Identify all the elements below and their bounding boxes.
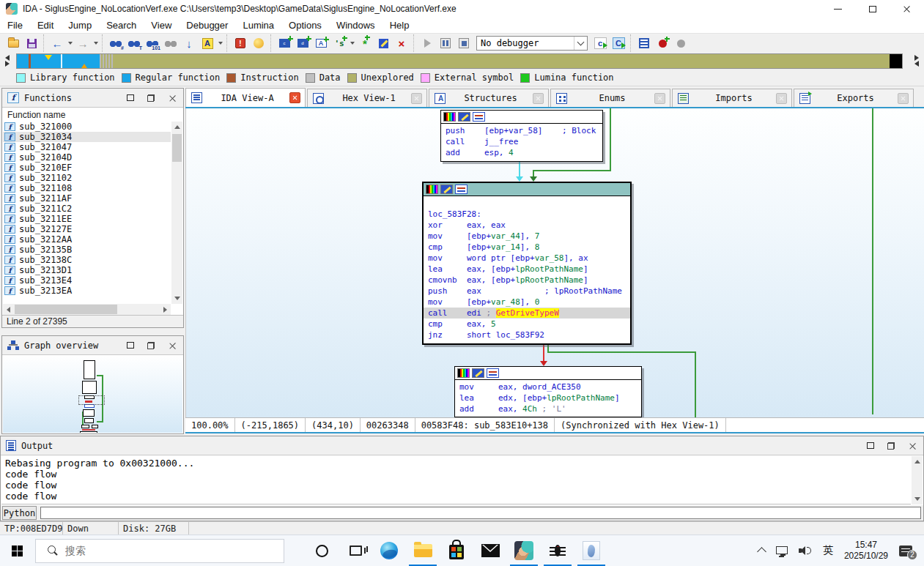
asm-line[interactable]: mov word ptr [ebp+var_58], ax (428, 253, 626, 264)
tab-imports[interactable]: Imports (672, 89, 792, 107)
tab-close-button[interactable] (533, 93, 544, 104)
search-text-button[interactable]: T (126, 36, 142, 51)
clock[interactable]: 15:47 2025/10/29 (844, 540, 888, 562)
asm-line[interactable]: loc_583F28: (428, 209, 626, 220)
notification-center-button[interactable]: 2 (899, 545, 912, 556)
combobox-arrow[interactable] (574, 37, 587, 50)
functions-close-button[interactable] (167, 94, 176, 103)
asm-line[interactable]: push [ebp+var_58] ; Block (446, 125, 598, 136)
function-row[interactable]: fsub_3211C2 (3, 204, 171, 214)
step-source-button[interactable]: c (592, 36, 608, 51)
node-titlebar[interactable] (424, 183, 630, 196)
functions-horizontal-scrollbar[interactable] (3, 304, 171, 315)
start-button[interactable] (0, 535, 34, 566)
debugger-stop-button[interactable] (456, 36, 472, 51)
close-button[interactable] (890, 0, 924, 18)
add-breakpoint-button[interactable] (654, 36, 670, 51)
volume-icon[interactable] (799, 545, 812, 556)
tab-close-button[interactable] (898, 93, 909, 104)
asm-line[interactable]: jnz short loc_583F92 (428, 329, 626, 340)
python-input[interactable] (40, 507, 921, 519)
function-row[interactable]: fsub_32138C (3, 255, 171, 265)
functions-vertical-scrollbar[interactable] (171, 122, 182, 304)
asm-line[interactable]: mov [ebp+var_44], 7 (428, 231, 626, 242)
save-button[interactable] (23, 36, 40, 51)
function-row[interactable]: fsub_3210EF (3, 163, 171, 173)
minimize-button[interactable] (821, 0, 855, 18)
asm-line[interactable] (428, 198, 626, 209)
misc-app-button[interactable] (574, 535, 608, 566)
asm-line[interactable]: add eax, 4Ch ; 'L' (459, 403, 637, 414)
jump-address-button[interactable]: ↓ (181, 36, 197, 51)
asm-line[interactable]: mov eax, dword_ACE350 (459, 381, 637, 392)
names-button[interactable]: A (199, 36, 215, 51)
edit-button[interactable] (375, 36, 391, 51)
functions-maximize-button[interactable] (126, 94, 135, 103)
asm-line[interactable]: cmovnb eax, [ebp+lpRootPathName] (428, 275, 626, 286)
scroll-down-button[interactable] (171, 293, 182, 304)
mail-button[interactable] (473, 535, 507, 566)
scroll-down-button[interactable] (912, 494, 923, 504)
minimap-viewport[interactable] (78, 395, 105, 405)
output-titlebar[interactable]: Output (1, 436, 923, 455)
basic-block-free[interactable]: push [ebp+var_58] ; Blockcall j__freeadd… (440, 110, 603, 162)
make-struct-button[interactable]: * (357, 36, 373, 51)
overview-float-button[interactable] (147, 341, 155, 350)
asm-line[interactable]: lea eax, [ebp+lpRootPathName] (428, 264, 626, 275)
run-until-return-button[interactable]: C (610, 36, 627, 51)
search-input[interactable] (65, 545, 248, 556)
tab-ida-view-a[interactable]: IDA View-A (185, 88, 306, 107)
asm-line[interactable]: mov [ebp+var_48], 0 (428, 297, 626, 308)
asm-line[interactable]: lea edx, [ebp+lpRootPathName] (459, 392, 637, 403)
scroll-thumb[interactable] (15, 305, 117, 314)
asm-line[interactable]: call j__free (446, 136, 598, 147)
output-maximize-button[interactable] (866, 442, 875, 450)
asm-line[interactable]: add esp, 4 (446, 147, 598, 158)
asm-line[interactable]: push eax ; lpRootPathName (428, 286, 626, 297)
task-view-button[interactable] (339, 535, 372, 566)
node-edit-icon[interactable] (440, 185, 453, 194)
node-titlebar[interactable] (455, 367, 641, 380)
node-group-icon[interactable] (487, 368, 499, 378)
function-row[interactable]: fsub_321034 (3, 132, 171, 142)
tab-enums[interactable]: Enums (550, 89, 670, 107)
functions-float-button[interactable] (147, 94, 155, 103)
node-titlebar[interactable] (441, 111, 602, 124)
make-data-button[interactable]: d (295, 36, 311, 51)
string-dropdown[interactable] (350, 42, 355, 45)
undefine-button[interactable] (251, 36, 267, 51)
menu-view[interactable]: View (144, 18, 179, 33)
tab-structures[interactable]: Structures (429, 89, 549, 107)
tab-exports[interactable]: Exports (794, 89, 914, 107)
back-dropdown[interactable] (68, 42, 73, 45)
function-row[interactable]: fsub_321000 (3, 122, 171, 132)
navigate-forward-button[interactable]: → (75, 36, 91, 51)
search-binary-button[interactable]: 101 (144, 36, 160, 51)
tab-close-button[interactable] (776, 93, 787, 104)
function-row[interactable]: fsub_32104D (3, 152, 171, 163)
scroll-up-button[interactable] (171, 122, 182, 133)
tab-close-button[interactable] (289, 92, 300, 103)
graph-overview-titlebar[interactable]: Graph overview (2, 336, 183, 355)
function-row[interactable]: fsub_3213EA (3, 286, 171, 296)
asm-line[interactable]: cmp eax, 5 (428, 319, 626, 329)
menu-lumina[interactable]: Lumina (235, 18, 281, 33)
scroll-up-button[interactable] (912, 456, 923, 467)
basic-block-drivetype[interactable]: mov eax, dword_ACE350lea edx, [ebp+lpRoo… (454, 366, 642, 417)
file-explorer-button[interactable] (406, 535, 440, 566)
delete-breakpoint-button[interactable] (673, 36, 689, 51)
function-row[interactable]: fsub_3211AF (3, 193, 171, 204)
cortana-button[interactable] (305, 535, 339, 566)
functions-panel-titlebar[interactable]: f Functions (2, 89, 183, 108)
function-name-column-header[interactable]: Function name (3, 108, 171, 122)
node-colors-icon[interactable] (443, 112, 456, 122)
asm-line[interactable]: xor eax, eax (428, 220, 626, 231)
output-scrollbar[interactable] (912, 456, 923, 504)
tab-close-button[interactable] (654, 93, 665, 104)
node-colors-icon[interactable] (426, 185, 438, 194)
function-row[interactable]: fsub_3213E4 (3, 275, 171, 286)
search-again-button[interactable] (163, 36, 179, 51)
menu-edit[interactable]: Edit (30, 18, 61, 33)
debugger-select[interactable]: No debugger (476, 36, 588, 51)
navigate-back-button[interactable]: ← (49, 36, 65, 51)
